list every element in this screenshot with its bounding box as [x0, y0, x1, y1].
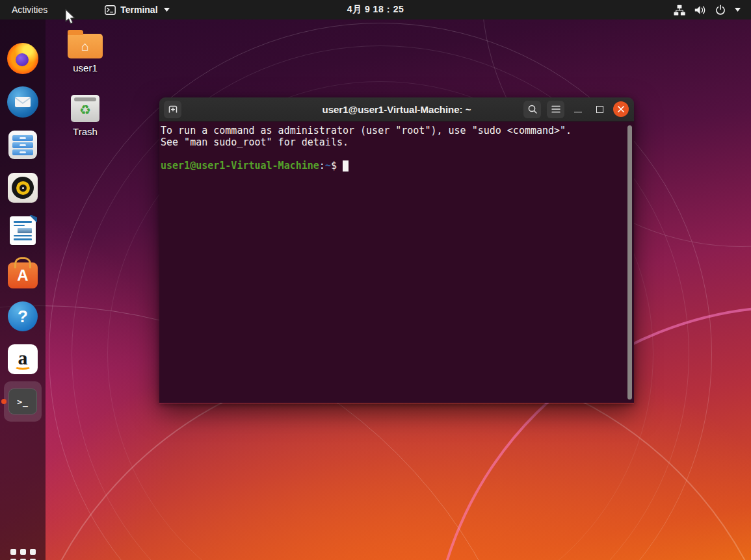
system-status-area[interactable] — [670, 0, 744, 19]
prompt-separator: : — [319, 160, 325, 172]
rhythmbox-icon — [8, 173, 38, 203]
home-glyph: ⌂ — [81, 40, 89, 53]
activities-button[interactable]: Activities — [0, 0, 59, 19]
dock-item-thunderbird[interactable] — [0, 84, 46, 120]
doc-line — [14, 221, 32, 223]
terminal-content[interactable]: To run a command as administrator (user … — [159, 121, 634, 403]
maximize-icon — [596, 106, 603, 113]
new-tab-icon — [167, 103, 179, 115]
doc-line — [14, 235, 32, 237]
trash-lid — [74, 97, 96, 101]
menu-button[interactable] — [547, 101, 564, 118]
files-icon — [8, 131, 37, 159]
terminal-mini-icon — [105, 5, 116, 15]
dock-item-libreoffice-writer[interactable] — [0, 212, 46, 249]
prompt-user-host: user1@user1-Virtual-Machine — [161, 160, 319, 172]
window-title: user1@user1-Virtual-Machine: ~ — [322, 104, 471, 115]
activities-label: Activities — [12, 5, 47, 15]
terminal-output-line: To run a command as administrator (user … — [161, 125, 626, 136]
show-applications-icon — [10, 549, 36, 560]
dock-item-help[interactable]: ? — [0, 298, 46, 335]
minimize-icon — [574, 112, 582, 112]
dock: A ? a >_ — [0, 19, 46, 560]
show-applications-button[interactable] — [0, 543, 46, 560]
recycle-glyph: ♻ — [79, 103, 91, 116]
app-menu-terminal[interactable]: Terminal — [98, 0, 176, 19]
app-menu-label: Terminal — [120, 5, 157, 15]
dock-item-files[interactable] — [0, 127, 46, 163]
chevron-down-icon — [735, 8, 741, 12]
dock-item-terminal-active[interactable]: >_ — [4, 381, 42, 422]
new-tab-button[interactable] — [164, 101, 181, 118]
search-icon — [527, 104, 538, 114]
help-icon: ? — [8, 301, 38, 331]
desktop-icon-user1[interactable]: ⌂ user1 — [60, 29, 110, 73]
doc-line — [14, 225, 25, 227]
speaker-dot — [22, 187, 24, 189]
dock-item-ubuntu-software[interactable]: A — [0, 255, 46, 292]
power-icon — [715, 5, 726, 16]
firefox-icon — [7, 43, 38, 74]
network-wired-icon — [674, 5, 685, 16]
doc-line — [14, 238, 32, 240]
amazon-icon: a — [8, 344, 38, 374]
minimize-button[interactable] — [570, 101, 586, 117]
terminal-scrollbar[interactable] — [627, 125, 632, 400]
terminal-cursor — [343, 160, 349, 172]
speaker-core — [20, 185, 27, 192]
software-icon: A — [8, 262, 38, 288]
terminal-output-line: See "man sudo_root" for details. — [161, 136, 626, 148]
terminal-titlebar[interactable]: user1@user1-Virtual-Machine: ~ — [159, 97, 634, 121]
top-bar: Activities Terminal 4月 9 18：25 — [0, 0, 751, 19]
speaker-ring — [16, 181, 30, 195]
dock-item-amazon[interactable]: a — [0, 341, 46, 377]
drawer-row — [12, 135, 33, 141]
dock-item-rhythmbox[interactable] — [0, 170, 46, 206]
writer-icon — [10, 216, 36, 245]
desktop-icon-trash[interactable]: ♻ Trash — [60, 95, 110, 137]
clock[interactable]: 4月 9 18：25 — [347, 4, 404, 16]
dock-item-firefox[interactable] — [0, 40, 46, 77]
terminal-icon: >_ — [8, 388, 37, 414]
titlebar-controls — [523, 101, 629, 118]
chevron-down-icon — [164, 8, 170, 12]
running-indicator-dot — [1, 399, 7, 404]
terminal-prompt-line: user1@user1-Virtual-Machine : ~ $ — [161, 160, 626, 172]
close-icon — [617, 105, 625, 113]
trash-icon: ♻ — [71, 95, 99, 122]
drawer-row — [12, 142, 33, 148]
amazon-smile-arrow — [14, 364, 31, 370]
terminal-blank-line — [161, 148, 626, 160]
doc-image — [18, 228, 32, 233]
drawer-row — [12, 149, 33, 155]
prompt-path: ~ — [325, 160, 331, 172]
close-button[interactable] — [613, 101, 629, 117]
menu-icon — [551, 105, 560, 113]
thunderbird-icon — [7, 86, 38, 118]
speaker-outer — [12, 177, 34, 199]
maximize-button[interactable] — [592, 101, 607, 117]
prompt-symbol: $ — [331, 160, 337, 172]
terminal-window: user1@user1-Virtual-Machine: ~ — [159, 97, 634, 403]
desktop-icon-label: user1 — [73, 62, 98, 73]
search-button[interactable] — [523, 101, 541, 118]
desktop-icon-label: Trash — [73, 126, 98, 137]
home-folder-icon: ⌂ — [68, 34, 103, 58]
volume-icon — [694, 5, 706, 16]
